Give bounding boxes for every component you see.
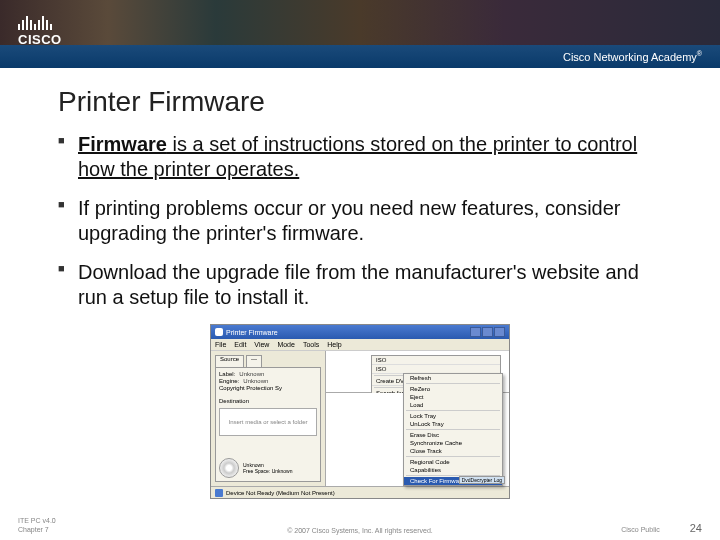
page-number: 24 xyxy=(690,522,702,534)
menu-help[interactable]: Help xyxy=(327,341,341,348)
context-item[interactable]: UnLock Tray xyxy=(404,420,502,428)
menu-mode[interactable]: Mode xyxy=(277,341,295,348)
statusbar: Device Not Ready (Medium Not Present) xyxy=(211,486,509,498)
slide-header: CISCO Cisco Networking Academy® xyxy=(0,0,720,68)
right-panel: ISO ISO Create DVD/MDZ File... Search fo… xyxy=(326,351,509,486)
context-separator xyxy=(406,429,500,430)
context-item[interactable]: Close Track xyxy=(404,447,502,455)
context-separator xyxy=(406,456,500,457)
slide-content: Printer Firmware Firmware is a set of in… xyxy=(0,68,720,499)
cisco-logo-bars xyxy=(18,10,62,30)
maximize-button[interactable] xyxy=(482,327,493,337)
tab-source[interactable]: Source xyxy=(215,355,244,367)
context-item[interactable]: Eject xyxy=(404,393,502,401)
menu-file[interactable]: File xyxy=(215,341,226,348)
context-separator xyxy=(406,383,500,384)
info-row: Engine:Unknown xyxy=(219,378,317,384)
left-content: Label:Unknown Engine:Unknown Copyright P… xyxy=(215,367,321,482)
footer-left: ITE PC v4.0 Chapter 7 xyxy=(18,517,56,534)
window-titlebar: Printer Firmware xyxy=(211,325,509,339)
info-row: Label:Unknown xyxy=(219,371,317,377)
media-pane: Insert media or select a folder xyxy=(219,408,317,436)
cisco-logo: CISCO xyxy=(18,10,62,47)
app-screenshot: Printer Firmware File Edit View Mode Too… xyxy=(210,324,510,499)
menu-tools[interactable]: Tools xyxy=(303,341,319,348)
cisco-logo-text: CISCO xyxy=(18,32,62,47)
status-icon xyxy=(215,489,223,497)
window-body: Source — Label:Unknown Engine:Unknown Co… xyxy=(211,351,509,486)
left-tabs: Source — xyxy=(215,355,321,367)
disc-icon xyxy=(219,458,239,478)
bullet-item: If printing problems occur or you need n… xyxy=(58,196,662,246)
bullet-bold-term: Firmware xyxy=(78,133,167,155)
context-item[interactable]: Capabilities xyxy=(404,466,502,474)
context-separator xyxy=(406,410,500,411)
menubar: File Edit View Mode Tools Help xyxy=(211,339,509,351)
bullet-list: Firmware is a set of instructions stored… xyxy=(58,132,662,310)
bullet-item: Download the upgrade file from the manuf… xyxy=(58,260,662,310)
header-photo-strip xyxy=(0,0,720,45)
context-item[interactable]: Regional Code xyxy=(404,458,502,466)
info-row: Copyright Protection Sy xyxy=(219,385,317,391)
app-icon xyxy=(215,328,223,336)
context-item[interactable]: Load xyxy=(404,401,502,409)
context-item[interactable]: Synchronize Cache xyxy=(404,439,502,447)
status-text: Device Not Ready (Medium Not Present) xyxy=(226,490,335,496)
footer-copyright: © 2007 Cisco Systems, Inc. All rights re… xyxy=(287,527,433,534)
context-menu: Refresh ReZero Eject Load Lock Tray UnLo… xyxy=(403,373,503,486)
dropdown-item[interactable]: ISO xyxy=(372,356,500,365)
right-bottom-pane: Refresh ReZero Eject Load Lock Tray UnLo… xyxy=(326,393,509,486)
window-controls xyxy=(470,327,505,337)
minimize-button[interactable] xyxy=(470,327,481,337)
context-item[interactable]: Lock Tray xyxy=(404,412,502,420)
tab-other[interactable]: — xyxy=(246,355,262,367)
menu-view[interactable]: View xyxy=(254,341,269,348)
bullet-item: Firmware is a set of instructions stored… xyxy=(58,132,662,182)
footer-classification: Cisco Public xyxy=(621,526,660,533)
log-label: DvdDecrypter Log xyxy=(459,476,505,484)
academy-label: Cisco Networking Academy® xyxy=(563,50,702,63)
slide-footer: ITE PC v4.0 Chapter 7 © 2007 Cisco Syste… xyxy=(0,517,720,534)
left-panel: Source — Label:Unknown Engine:Unknown Co… xyxy=(211,351,326,486)
close-button[interactable] xyxy=(494,327,505,337)
window-title: Printer Firmware xyxy=(226,329,278,336)
context-item[interactable]: Refresh xyxy=(404,374,502,382)
menu-edit[interactable]: Edit xyxy=(234,341,246,348)
disc-text: Unknown Free Space: Unknown xyxy=(243,462,292,474)
disc-info: Unknown Free Space: Unknown xyxy=(219,458,317,478)
slide-title: Printer Firmware xyxy=(58,86,662,118)
destination-label: Destination xyxy=(219,398,317,404)
context-item[interactable]: ReZero xyxy=(404,385,502,393)
footer-right: Cisco Public 24 xyxy=(621,522,702,534)
context-item[interactable]: Erase Disc xyxy=(404,431,502,439)
